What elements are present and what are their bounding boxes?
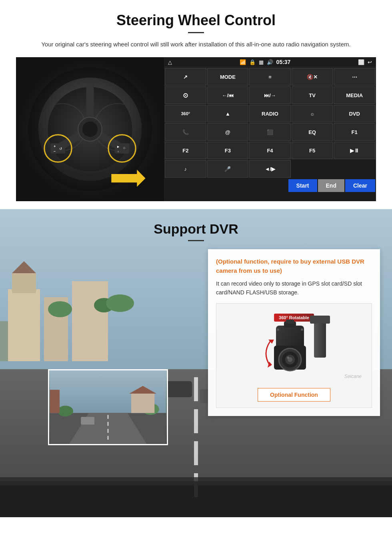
camera-svg [250,318,330,382]
btn-mode[interactable]: MODE [207,68,249,86]
steering-content: + − ↺ ▶ ○ ◇ [16,57,376,201]
steering-title: Steering Wheel Control [16,12,376,29]
svg-rect-27 [0,321,8,361]
svg-rect-33 [194,409,198,433]
svg-rect-51 [116,419,127,426]
back-icon[interactable]: ↩ [368,59,372,65]
dvr-section: Support DVR [0,209,392,517]
status-bar: △ 📶 🔒 ▦ 🔊 05:37 ⬜ ↩ [164,57,376,67]
dvr-title-divider [188,240,204,241]
steering-photo-inner: + − ↺ ▶ ○ ◇ [16,57,164,201]
svg-rect-32 [194,377,198,401]
btn-phone[interactable]: 📞 [165,123,206,141]
wifi-icon: 📶 [240,59,246,65]
btn-next[interactable]: ⏭/→ [249,86,291,104]
svg-rect-34 [194,441,198,465]
title-divider [188,32,204,33]
clear-button[interactable]: Clear [345,179,375,192]
btn-row-1: ↗ MODE ≡ 🔇✕ ⋯ [164,67,376,86]
window-icon[interactable]: ⬜ [358,59,364,65]
btn-nav[interactable]: ↗ [165,68,206,86]
svg-rect-26 [72,281,108,361]
btn-mute[interactable]: 🔇✕ [292,68,333,86]
btn-menu[interactable]: ≡ [249,68,291,86]
home-icon[interactable]: △ [168,59,172,65]
btn-playpause[interactable]: ▶⏸ [334,142,375,159]
svg-text:−: − [54,149,56,153]
svg-rect-50 [81,417,94,424]
status-bar-right: ⬜ ↩ [358,59,372,65]
dvr-thumbnail-inner [49,370,167,444]
svg-point-69 [301,328,303,331]
steering-wheel-svg: + − ↺ ▶ ○ ◇ [26,65,154,193]
dvr-thumbnail [48,369,168,445]
svg-rect-45 [0,477,392,485]
svg-rect-23 [12,273,36,293]
btn-settings[interactable]: ⊙ [165,86,206,104]
svg-rect-11 [51,143,65,154]
btn-mic[interactable]: 🎤 [207,160,249,178]
svg-point-63 [287,356,289,359]
dvr-title-area: Support DVR [0,209,392,249]
svg-point-52 [58,406,73,416]
steering-photo: + − ↺ ▶ ○ ◇ [16,57,164,201]
bottom-controls: Start End Clear [164,178,376,194]
btn-f5[interactable]: F5 [292,142,333,159]
btn-row-4: 📞 @ ⬛ EQ F1 [164,122,376,141]
status-time: 05:37 [276,59,291,65]
btn-row-2: ⊙ ←/⏮ ⏭/→ TV MEDIA [164,86,376,104]
status-bar-left: △ [168,59,172,65]
steering-description: Your original car's steering wheel contr… [32,40,360,49]
start-button[interactable]: Start [288,179,317,192]
dvr-camera-box: 360° Rotatable [216,303,372,408]
svg-text:+: + [54,144,56,148]
svg-point-68 [277,328,279,331]
btn-apps[interactable]: ⋯ [334,68,375,86]
description-text: It can record video only to storage in G… [216,279,372,297]
svg-rect-54 [50,390,60,413]
btn-row-3: 360° ▲ RADIO ☼ DVD [164,104,376,122]
seicane-watermark: Seicane [344,374,362,379]
sound-icon: 🔊 [267,59,273,65]
btn-internet[interactable]: @ [207,123,249,141]
btn-f1[interactable]: F1 [334,123,375,141]
steering-section: Steering Wheel Control Your original car… [0,0,392,209]
svg-point-30 [106,294,134,312]
svg-rect-22 [8,289,40,361]
svg-point-9 [82,122,98,137]
optional-text: (Optional function, require to buy exter… [216,257,372,275]
radio-ui: △ 📶 🔒 ▦ 🔊 05:37 ⬜ ↩ ↗ MODE ≡ [164,57,376,201]
status-bar-center: 📶 🔒 ▦ 🔊 05:37 [240,59,291,65]
btn-f2[interactable]: F2 [165,142,206,159]
btn-tv[interactable]: TV [292,86,333,104]
svg-point-28 [48,301,72,317]
btn-screen[interactable]: ⬛ [249,123,291,141]
dvr-info-panel: (Optional function, require to buy exter… [208,249,380,416]
btn-row-6: ♪ 🎤 ◄/▶ [164,159,376,178]
btn-brightness[interactable]: ☼ [292,105,333,122]
end-button[interactable]: End [318,179,344,192]
btn-vol-prev[interactable]: ◄/▶ [249,160,291,178]
svg-text:○: ○ [117,150,119,153]
svg-rect-65 [286,320,294,324]
btn-radio[interactable]: RADIO [249,105,291,122]
btn-eject[interactable]: ▲ [207,105,249,122]
btn-music[interactable]: ♪ [165,160,206,178]
optional-function-button[interactable]: Optional Function [258,388,330,402]
svg-rect-55 [131,394,154,413]
lock-icon: 🔒 [249,59,256,65]
btn-360[interactable]: 360° [165,105,206,122]
btn-f3[interactable]: F3 [207,142,249,159]
svg-text:↺: ↺ [59,147,62,151]
btn-prev[interactable]: ←/⏮ [207,86,249,104]
svg-rect-44 [0,481,392,517]
btn-eq[interactable]: EQ [292,123,333,141]
btn-dvd[interactable]: DVD [334,105,375,122]
thumbnail-scene [49,370,167,444]
sim-icon: ▦ [259,59,264,65]
btn-f4[interactable]: F4 [249,142,291,159]
camera-visual: 360° Rotatable [242,310,346,382]
dvr-title: Support DVR [0,221,392,237]
btn-media[interactable]: MEDIA [334,86,375,104]
btn-row-5: F2 F3 F4 F5 ▶⏸ [164,141,376,159]
